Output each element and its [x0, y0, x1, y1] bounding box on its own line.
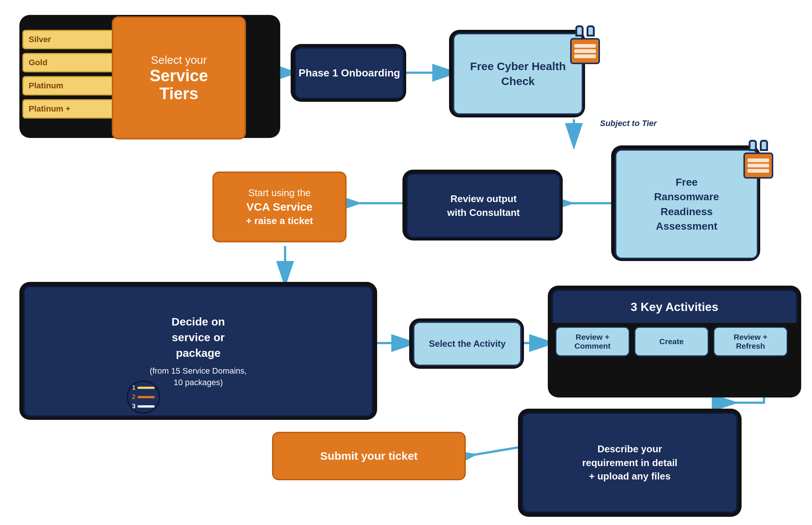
ransomware-binder: [743, 140, 773, 179]
decide-node: Decide onservice orpackage (from 15 Serv…: [23, 286, 373, 417]
ransomware-node: FreeRansomwareReadinessAssessment: [615, 149, 758, 259]
phase1-node: Phase 1 Onboarding: [294, 47, 404, 99]
subject-to-tier-label: Subject to Tier: [600, 119, 657, 128]
start-vca-node: Start using the VCA Service + raise a ti…: [212, 172, 347, 242]
activities-row: Review +Comment Create Review +Refresh: [555, 327, 788, 356]
describe-node: Describe yourrequirement in detail+ uplo…: [522, 412, 738, 513]
review-output-node: Review outputwith Consultant: [406, 173, 561, 238]
cyber-health-node: Free Cyber Health Check: [453, 33, 583, 115]
svg-line-10: [473, 447, 518, 455]
diagram-container: Silver Gold Platinum Platinum + Select y…: [0, 0, 812, 525]
list-icon: 1 2 3: [127, 380, 160, 414]
select-activity-node: Select the Activity: [413, 321, 522, 366]
activity-create: Create: [634, 327, 709, 356]
key-activities-node: 3 Key Activities: [552, 289, 797, 323]
activity-review-refresh: Review +Refresh: [713, 327, 788, 356]
activity-review-comment: Review +Comment: [555, 327, 630, 356]
cyber-health-binder: [570, 25, 600, 64]
select-tiers-node: Select your ServiceTiers: [112, 16, 246, 139]
submit-node: Submit your ticket: [272, 432, 466, 480]
